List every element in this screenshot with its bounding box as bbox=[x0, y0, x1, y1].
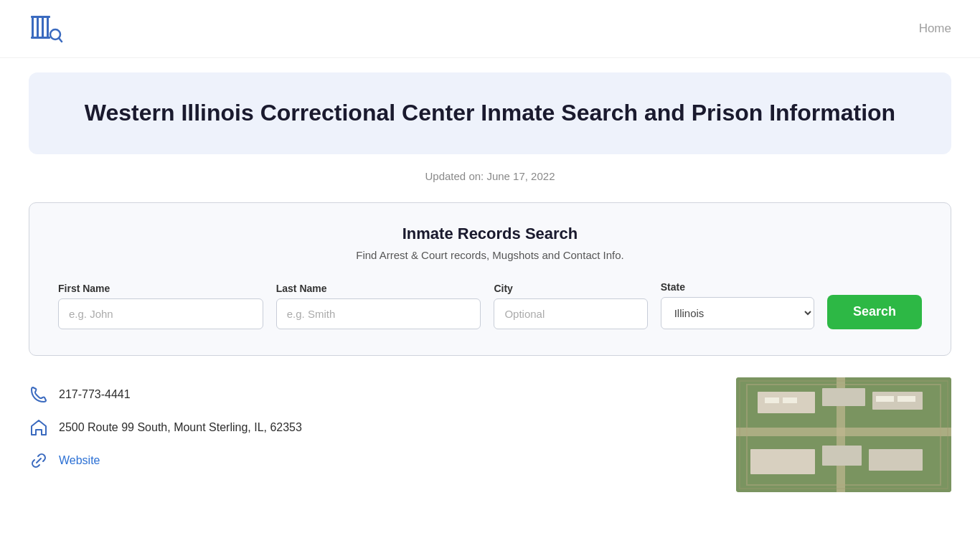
svg-rect-16 bbox=[822, 446, 862, 466]
site-logo[interactable] bbox=[29, 11, 63, 46]
first-name-field-group: First Name bbox=[58, 283, 263, 329]
first-name-label: First Name bbox=[58, 283, 263, 294]
state-label: State bbox=[661, 281, 814, 293]
svg-rect-13 bbox=[822, 388, 865, 406]
phone-icon bbox=[29, 385, 49, 405]
address-row: 2500 Route 99 South, Mount Sterling, IL,… bbox=[29, 418, 707, 438]
link-icon bbox=[29, 451, 49, 471]
state-field-group: State AlabamaAlaskaArizonaArkansasCalifo… bbox=[661, 281, 814, 329]
svg-line-7 bbox=[59, 38, 62, 42]
phone-number: 217-773-4441 bbox=[59, 388, 131, 401]
website-link[interactable]: Website bbox=[59, 454, 100, 467]
state-select[interactable]: AlabamaAlaskaArizonaArkansasCaliforniaCo… bbox=[661, 297, 814, 329]
search-container: Inmate Records Search Find Arrest & Cour… bbox=[29, 202, 951, 356]
svg-rect-15 bbox=[750, 449, 815, 474]
hero-title: Western Illinois Correctional Center Inm… bbox=[72, 98, 908, 128]
updated-on-text: Updated on: June 17, 2022 bbox=[0, 170, 980, 182]
info-section: 217-773-4441 2500 Route 99 South, Mount … bbox=[29, 377, 951, 492]
svg-rect-20 bbox=[876, 396, 894, 402]
page-header: Home bbox=[0, 0, 980, 58]
search-box-subtitle: Find Arrest & Court records, Mugshots an… bbox=[58, 249, 922, 261]
city-input[interactable] bbox=[494, 298, 647, 329]
address-icon bbox=[29, 418, 49, 438]
website-row: Website bbox=[29, 451, 707, 471]
svg-rect-1 bbox=[37, 16, 39, 39]
prison-aerial-image bbox=[736, 377, 951, 492]
svg-rect-21 bbox=[897, 396, 915, 402]
svg-rect-18 bbox=[765, 397, 779, 403]
first-name-input[interactable] bbox=[58, 298, 263, 329]
phone-row: 217-773-4441 bbox=[29, 385, 707, 405]
address-text: 2500 Route 99 South, Mount Sterling, IL,… bbox=[59, 421, 302, 434]
contact-info: 217-773-4441 2500 Route 99 South, Mount … bbox=[29, 377, 707, 471]
hero-banner: Western Illinois Correctional Center Inm… bbox=[29, 72, 951, 154]
svg-rect-19 bbox=[783, 397, 797, 403]
last-name-label: Last Name bbox=[276, 283, 481, 294]
search-button[interactable]: Search bbox=[827, 295, 922, 329]
city-label: City bbox=[494, 283, 647, 294]
last-name-input[interactable] bbox=[276, 298, 481, 329]
svg-rect-3 bbox=[47, 16, 49, 39]
search-fields-row: First Name Last Name City State AlabamaA… bbox=[58, 281, 922, 329]
svg-rect-4 bbox=[31, 16, 50, 18]
prison-image bbox=[736, 377, 951, 492]
svg-rect-5 bbox=[31, 37, 50, 39]
logo-icon bbox=[29, 11, 63, 46]
search-box-title: Inmate Records Search bbox=[58, 225, 922, 243]
last-name-field-group: Last Name bbox=[276, 283, 481, 329]
nav-home-link[interactable]: Home bbox=[919, 22, 951, 36]
svg-rect-2 bbox=[42, 16, 44, 39]
svg-rect-17 bbox=[869, 449, 923, 471]
city-field-group: City bbox=[494, 283, 647, 329]
svg-rect-0 bbox=[32, 16, 34, 39]
